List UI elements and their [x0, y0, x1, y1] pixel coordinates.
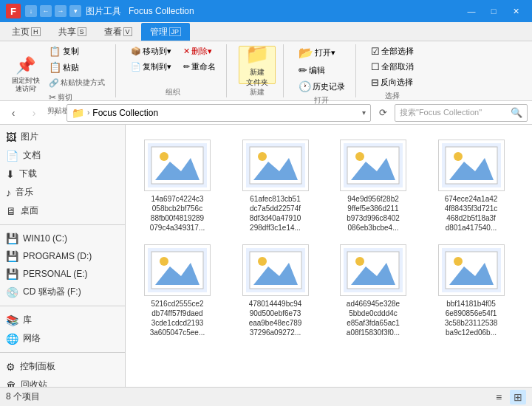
music-icon: ♪	[6, 187, 11, 199]
up-button[interactable]: ↑	[46, 104, 64, 122]
sidebar-desktop-label: 桌面	[21, 204, 38, 217]
invert-selection-button[interactable]: ⊟反向选择	[368, 75, 416, 89]
sidebar-item-downloads[interactable]: ⬇ 下载	[0, 165, 125, 183]
file-name-1: 61afec813cb51dc7a5dd22574f8df3d40a479102…	[250, 194, 301, 233]
file-thumbnail-4	[144, 244, 211, 296]
copy-to-button[interactable]: 📄复制到▾	[128, 60, 174, 74]
copy-button[interactable]: 📋复制	[46, 44, 108, 58]
desktop-icon: 🖥	[6, 205, 16, 217]
quick-access-undo[interactable]: ←	[40, 5, 52, 17]
sidebar-item-d-drive[interactable]: 💾 PROGRAMS (D:)	[0, 247, 125, 265]
file-thumbnail-2	[340, 140, 406, 191]
file-thumbnail-7	[438, 244, 505, 296]
svg-point-27	[355, 257, 364, 266]
file-area: 14a697c4224c3058bcb2bf756c88fb00f4819289…	[126, 125, 532, 388]
tab-home[interactable]: 主页 H	[3, 23, 50, 41]
history-button[interactable]: 🕐历史记录	[296, 79, 348, 94]
address-path[interactable]: 📁 › Focus Collection ▾	[66, 104, 371, 122]
file-item-2[interactable]: 94e9d956f28b29ffef5e386d211b973d996c8402…	[329, 132, 417, 237]
delete-button[interactable]: ✕删除▾	[180, 44, 215, 58]
file-item-4[interactable]: 5216cd2555ce2db74ff57f9daed3cde1cdcd2193…	[133, 237, 222, 342]
new-folder-button[interactable]: 📁 新建文件夹	[239, 46, 276, 84]
sidebar-e-label: PERSONAL (E:)	[23, 269, 88, 279]
item-count: 8 个项目	[6, 390, 40, 403]
close-button[interactable]: ✕	[505, 4, 526, 18]
ribbon-group-open: 📂打开▾ ✏编辑 🕐历史记录 打开	[293, 44, 356, 97]
deselect-all-button[interactable]: ☐全部取消	[368, 60, 417, 74]
sidebar-documents-label: 文档	[23, 149, 41, 162]
file-name-5: 478014449bc9490d500ebf6e73eaa9be48ec7893…	[249, 299, 302, 337]
grid-view-button[interactable]: ⊞	[510, 390, 526, 405]
cut-button[interactable]: ✂剪切	[46, 91, 108, 104]
svg-point-3	[160, 152, 168, 161]
paste-shortcut-button[interactable]: 🔗粘贴快捷方式	[46, 76, 108, 89]
search-box[interactable]: 搜索"Focus Collection" 🔍	[395, 104, 528, 122]
new-items: 📁 新建文件夹	[239, 44, 276, 86]
downloads-icon: ⬇	[6, 168, 15, 180]
clipboard-items: 📌 固定到'快速访问' 📋复制 📋粘贴 🔗粘贴快捷方式	[9, 44, 108, 104]
tab-share[interactable]: 共享 S	[50, 23, 95, 41]
search-icon[interactable]: 🔍	[511, 107, 522, 118]
open-button[interactable]: 📂打开▾	[296, 44, 338, 61]
library-icon: 📚	[6, 314, 18, 326]
sidebar-library-label: 库	[23, 314, 32, 326]
new-folder-icon: 📁	[245, 43, 269, 66]
file-thumbnail-3	[438, 140, 505, 191]
ribbon-group-new: 📁 新建文件夹 新建	[236, 44, 284, 97]
file-item-3[interactable]: 674ece24a1a424f88435f3d721c468d2b5f18a3f…	[427, 132, 516, 237]
minimize-button[interactable]: —	[461, 4, 482, 18]
back-button[interactable]: ‹	[4, 104, 22, 122]
maximize-button[interactable]: □	[483, 4, 504, 18]
file-item-1[interactable]: 61afec813cb51dc7a5dd22574f8df3d40a479102…	[231, 132, 320, 237]
list-view-button[interactable]: ≡	[491, 390, 507, 405]
svg-point-11	[355, 152, 364, 161]
file-item-0[interactable]: 14a697c4224c3058bcb2bf756c88fb00f4819289…	[133, 132, 222, 237]
move-to-button[interactable]: 📦移动到▾	[128, 44, 174, 58]
edit-button[interactable]: ✏编辑	[296, 63, 328, 78]
sidebar-item-e-drive[interactable]: 💾 PERSONAL (E:)	[0, 265, 125, 283]
select-all-button[interactable]: ☑全部选择	[368, 44, 417, 58]
quick-access-save[interactable]: ↓	[25, 5, 37, 17]
d-drive-icon: 💾	[6, 250, 18, 262]
main-content: 🖼 图片 📄 文档 ⬇ 下载 ♪ 音乐 🖥 桌面 💾	[0, 125, 532, 388]
file-thumbnail-1	[242, 140, 309, 191]
sidebar-item-desktop[interactable]: 🖥 桌面	[0, 202, 125, 220]
pin-to-quick-access[interactable]: 📌 固定到'快速访问'	[9, 55, 43, 94]
network-icon: 🌐	[6, 333, 18, 345]
tab-manage[interactable]: 管理 JP	[141, 23, 191, 41]
quick-access-redo[interactable]: →	[55, 5, 66, 17]
sidebar-item-c-drive[interactable]: 💾 WIN10 (C:)	[0, 230, 125, 247]
refresh-button[interactable]: ⟳	[374, 104, 392, 122]
ribbon: 主页 H 共享 S 查看 V 管理 JP 📌 固定到'快速访问' 📋复制 📋粘贴	[0, 22, 532, 101]
file-item-5[interactable]: 478014449bc9490d500ebf6e73eaa9be48ec7893…	[231, 237, 320, 342]
sidebar-item-recycle-bin[interactable]: 🗑 回收站	[0, 376, 125, 388]
sidebar-c-label: WIN10 (C:)	[23, 233, 67, 244]
quick-access-toolbar: ↓ ← → ▾	[25, 5, 81, 17]
sidebar-item-pictures[interactable]: 🖼 图片	[0, 128, 125, 146]
forward-button[interactable]: ›	[25, 104, 43, 122]
sidebar-item-network[interactable]: 🌐 网络	[0, 329, 125, 348]
app-icon: F	[6, 4, 21, 18]
file-thumbnail-5	[242, 244, 309, 296]
path-dropdown-arrow[interactable]: ▾	[362, 109, 366, 117]
sidebar-item-music[interactable]: ♪ 音乐	[0, 183, 125, 202]
file-item-7[interactable]: bbf14181b4f056e890856e54f13c58b23112538b…	[427, 237, 516, 342]
ribbon-group-select: ☑全部选择 ☐全部取消 ⊟反向选择 选择	[365, 44, 424, 97]
paste-button[interactable]: 📋粘贴	[46, 60, 108, 75]
organize-row2: 📄复制到▾ ✏重命名	[128, 60, 219, 74]
sidebar-section-drives: 💾 WIN10 (C:) 💾 PROGRAMS (D:) 💾 PERSONAL …	[0, 227, 125, 304]
sidebar: 🖼 图片 📄 文档 ⬇ 下载 ♪ 音乐 🖥 桌面 💾	[0, 125, 126, 388]
sidebar-item-control-panel[interactable]: ⚙ 控制面板	[0, 357, 125, 376]
rename-button[interactable]: ✏重命名	[180, 60, 219, 74]
path-folder-icon: 📁	[72, 107, 84, 119]
file-name-7: bbf14181b4f056e890856e54f13c58b23112538b…	[445, 299, 498, 337]
quick-access-more[interactable]: ▾	[69, 5, 81, 17]
sidebar-item-documents[interactable]: 📄 文档	[0, 146, 125, 165]
tab-view[interactable]: 查看 V	[95, 23, 141, 41]
svg-point-7	[258, 152, 267, 161]
sidebar-item-library[interactable]: 📚 库	[0, 311, 125, 329]
sidebar-item-f-drive[interactable]: 💿 CD 驱动器 (F:)	[0, 283, 125, 301]
new-label: 新建	[250, 86, 265, 97]
file-item-6[interactable]: ad466945e328e5bbde0cddd4ce85af3fda65ac1a…	[329, 237, 417, 342]
title-bar-left: F ↓ ← → ▾ 图片工具 Focus Collection	[6, 4, 194, 18]
